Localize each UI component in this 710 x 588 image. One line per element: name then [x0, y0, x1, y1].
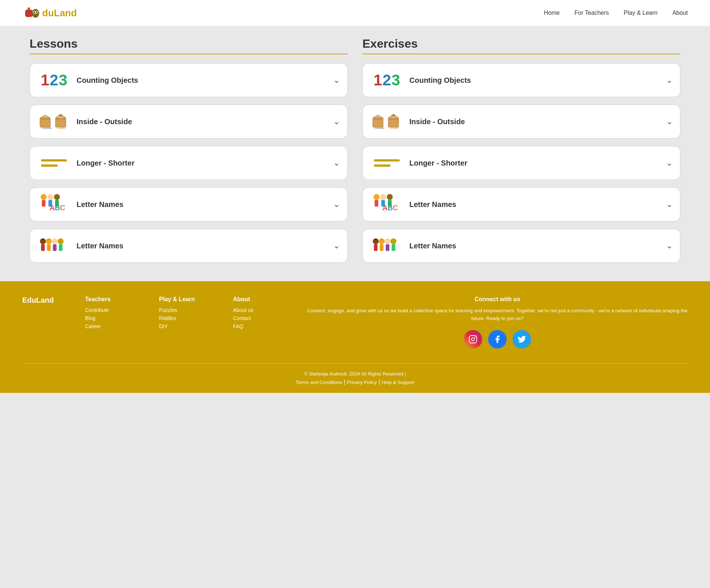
exercise-counting[interactable]: 1 2 3 Counting Objects ⌄ [362, 63, 680, 97]
svg-point-67 [474, 337, 476, 338]
footer-connect-heading: Connect with us [307, 296, 688, 303]
svg-point-66 [471, 338, 474, 341]
svg-point-55 [387, 194, 393, 200]
svg-rect-52 [375, 200, 378, 207]
exercise-counting-label: Counting Objects [409, 76, 662, 85]
svg-rect-26 [48, 200, 52, 207]
svg-point-51 [373, 194, 379, 200]
ex-counting-icon: 1 2 3 [370, 67, 403, 93]
footer-link-riddles[interactable]: Riddles [159, 315, 226, 321]
twitter-icon[interactable] [513, 330, 531, 349]
nav-play-learn[interactable]: Play & Learn [624, 10, 658, 16]
lesson-letter-names-1[interactable]: A B C Letter Names ⌄ [30, 187, 348, 221]
svg-point-27 [54, 194, 60, 200]
svg-rect-64 [392, 244, 395, 251]
logo-icon [22, 4, 41, 22]
exercise-letter-names-1-chevron: ⌄ [666, 200, 673, 209]
ex-longer-shorter-icon [370, 150, 403, 176]
nav-about[interactable]: About [672, 10, 688, 16]
logo[interactable]: duLand [22, 4, 77, 22]
svg-text:Outside: Outside [41, 126, 52, 130]
footer-about-heading: About [233, 296, 300, 303]
exercise-letter-names-2[interactable]: Letter Names ⌄ [362, 229, 680, 263]
main-content: Lessons 1 2 3 Counting Objects ⌄ [0, 26, 710, 281]
letter-names-2-icon [37, 233, 71, 259]
lesson-letter-names-1-chevron: ⌄ [333, 200, 340, 209]
footer: EduLand Teachers Contribute Blog Career … [0, 281, 710, 393]
svg-marker-10 [40, 115, 50, 118]
svg-rect-60 [380, 244, 383, 251]
lesson-inside-outside-label: Inside - Outside [77, 118, 329, 126]
social-icons [307, 330, 688, 349]
footer-brand-area: EduLand [22, 296, 78, 349]
exercise-longer-shorter-label: Longer - Shorter [409, 159, 662, 167]
footer-link-about-us[interactable]: About us [233, 307, 300, 313]
exercise-counting-chevron: ⌄ [666, 75, 673, 85]
lesson-counting[interactable]: 1 2 3 Counting Objects ⌄ [30, 63, 348, 97]
exercise-letter-names-2-label: Letter Names [409, 242, 662, 250]
help-link[interactable]: Help & Support [382, 380, 414, 385]
svg-point-6 [34, 11, 35, 13]
privacy-link[interactable]: Privacy Policy [347, 380, 377, 385]
longer-shorter-icon [37, 150, 71, 176]
lesson-longer-shorter-chevron: ⌄ [333, 158, 340, 168]
lesson-letter-names-2-label: Letter Names [77, 242, 329, 250]
svg-text:C: C [60, 204, 65, 212]
footer-link-contribute[interactable]: Contribute [85, 307, 152, 313]
exercise-letter-names-1-label: Letter Names [409, 200, 662, 209]
footer-top: EduLand Teachers Contribute Blog Career … [22, 296, 688, 349]
footer-link-diy[interactable]: DIY [159, 323, 226, 329]
footer-play-learn-heading: Play & Learn [159, 296, 226, 303]
exercise-longer-shorter[interactable]: Longer - Shorter ⌄ [362, 146, 680, 180]
facebook-icon[interactable] [488, 330, 507, 349]
nav-teachers[interactable]: For Teachers [575, 10, 609, 16]
lesson-letter-names-2-chevron: ⌄ [333, 241, 340, 251]
exercise-letter-names-2-chevron: ⌄ [666, 241, 673, 251]
header: duLand Home For Teachers Play & Learn Ab… [0, 0, 710, 26]
lesson-counting-chevron: ⌄ [333, 75, 340, 85]
lesson-inside-outside[interactable]: Outside Inside Inside - Outside ⌄ [30, 105, 348, 139]
svg-point-44 [392, 115, 395, 118]
svg-rect-65 [469, 336, 477, 343]
footer-link-puzzles[interactable]: Puzzles [159, 307, 226, 313]
exercise-inside-outside[interactable]: Outside Inside Inside - Outside ⌄ [362, 105, 680, 139]
ex-letter-names-1-icon: A B C [370, 191, 403, 217]
svg-text:Inside: Inside [390, 126, 398, 130]
exercise-letter-names-1[interactable]: A B C Letter Names ⌄ [362, 187, 680, 221]
lesson-letter-names-2[interactable]: Letter Names ⌄ [30, 229, 348, 263]
svg-point-2 [28, 7, 30, 10]
terms-link[interactable]: Terms and Conditions [296, 380, 342, 385]
footer-link-faq[interactable]: FAQ [233, 323, 300, 329]
footer-link-contact[interactable]: Contact [233, 315, 300, 321]
svg-point-18 [61, 115, 62, 116]
nav-home[interactable]: Home [544, 10, 560, 16]
footer-bottom: © Stefanija Andreoli, 2024 All Rights Re… [22, 363, 688, 385]
footer-connect-description: Connect, engage, and grow with us as we … [307, 307, 688, 323]
legal-links: Terms and Conditions | Privacy Policy | … [22, 379, 688, 385]
svg-text:C: C [393, 204, 398, 212]
ex-inside-outside-icon: Outside Inside [370, 109, 403, 135]
svg-rect-24 [42, 200, 45, 207]
svg-rect-56 [388, 200, 392, 207]
lesson-longer-shorter[interactable]: Longer - Shorter ⌄ [30, 146, 348, 180]
svg-point-45 [392, 115, 393, 116]
svg-point-61 [385, 238, 390, 244]
svg-point-46 [394, 115, 395, 116]
footer-teachers-heading: Teachers [85, 296, 152, 303]
instagram-icon[interactable] [464, 330, 482, 349]
inside-outside-icon: Outside Inside [37, 109, 71, 135]
lesson-inside-outside-chevron: ⌄ [333, 117, 340, 126]
footer-link-career[interactable]: Career [85, 323, 152, 329]
counting-icon: 1 2 3 [37, 67, 71, 93]
svg-point-23 [41, 194, 47, 200]
svg-rect-11 [40, 118, 50, 120]
svg-text:Outside: Outside [374, 126, 385, 130]
lesson-counting-label: Counting Objects [77, 76, 329, 85]
exercise-inside-outside-label: Inside - Outside [409, 118, 662, 126]
svg-marker-38 [373, 115, 383, 118]
svg-point-7 [36, 11, 37, 13]
svg-rect-30 [41, 244, 45, 251]
footer-link-blog[interactable]: Blog [85, 315, 152, 321]
svg-point-25 [47, 194, 53, 200]
lesson-letter-names-1-label: Letter Names [77, 200, 329, 209]
